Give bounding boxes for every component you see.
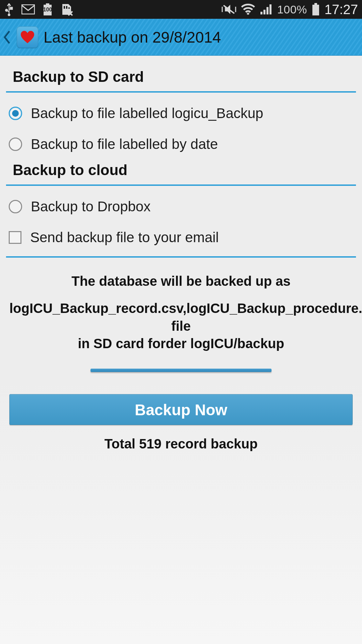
svg-rect-11 [263, 10, 265, 14]
status-bar: 100 [0, 0, 362, 19]
backup-info: The database will be backed up as logICU… [6, 258, 356, 382]
divider [6, 91, 356, 93]
svg-rect-8 [68, 7, 70, 9]
info-line-1: The database will be backed up as [9, 272, 353, 290]
battery-full-small-icon: 100 [42, 3, 53, 16]
info-line-3: in SD card forder logICU/backup [9, 335, 353, 353]
svg-rect-14 [312, 5, 319, 15]
option-label: Send backup file to your email [30, 229, 219, 246]
content: Backup to SD card Backup to file labelle… [0, 56, 362, 644]
total-records-label: Total 519 record backup [6, 436, 356, 451]
option-label: Backup to file labelled by date [31, 136, 218, 152]
status-right: 100% 17:27 [222, 2, 358, 17]
section-header-sd: Backup to SD card [6, 56, 356, 91]
backup-now-button[interactable]: Backup Now [9, 394, 353, 425]
status-clock: 17:27 [324, 2, 358, 17]
short-divider [90, 369, 272, 372]
svg-rect-3 [22, 5, 35, 14]
checkbox-icon[interactable] [9, 231, 21, 244]
option-backup-logicu[interactable]: Backup to file labelled logicu_Backup [6, 98, 356, 129]
option-backup-dropbox[interactable]: Backup to Dropbox [6, 191, 356, 222]
option-send-email[interactable]: Send backup file to your email [6, 222, 356, 253]
svg-rect-12 [266, 7, 268, 14]
usb-icon [4, 3, 14, 16]
status-left: 100 [4, 3, 73, 16]
radio-icon[interactable] [9, 107, 22, 120]
svg-point-0 [8, 14, 10, 16]
section-header-cloud: Backup to cloud [6, 160, 356, 184]
signal-icon [260, 4, 273, 15]
option-backup-by-date[interactable]: Backup to file labelled by date [6, 129, 356, 160]
battery-small-text: 100 [42, 7, 53, 13]
radio-icon[interactable] [9, 200, 22, 213]
radio-icon[interactable] [9, 138, 22, 151]
svg-rect-13 [269, 4, 272, 14]
svg-rect-10 [260, 12, 262, 14]
svg-rect-5 [46, 3, 49, 5]
wifi-icon [241, 4, 255, 15]
mail-icon [21, 4, 35, 14]
app-title: Last backup on 29/8/2014 [44, 28, 221, 46]
option-label: Backup to file labelled logicu_Backup [31, 105, 263, 121]
svg-rect-6 [64, 6, 65, 9]
divider [6, 184, 356, 186]
battery-percent-text: 100% [277, 3, 307, 16]
info-line-2: logICU_Backup_record.csv,logICU_Backup_p… [9, 300, 353, 335]
svg-rect-7 [66, 6, 67, 9]
option-label: Backup to Dropbox [31, 199, 150, 215]
svg-rect-15 [314, 3, 317, 5]
app-heart-icon[interactable] [17, 26, 38, 48]
vibrate-mute-icon [222, 3, 236, 15]
app-bar: Last backup on 29/8/2014 [0, 19, 362, 56]
battery-icon [312, 3, 320, 16]
sim-error-icon [60, 3, 73, 16]
back-button[interactable] [3, 30, 11, 45]
